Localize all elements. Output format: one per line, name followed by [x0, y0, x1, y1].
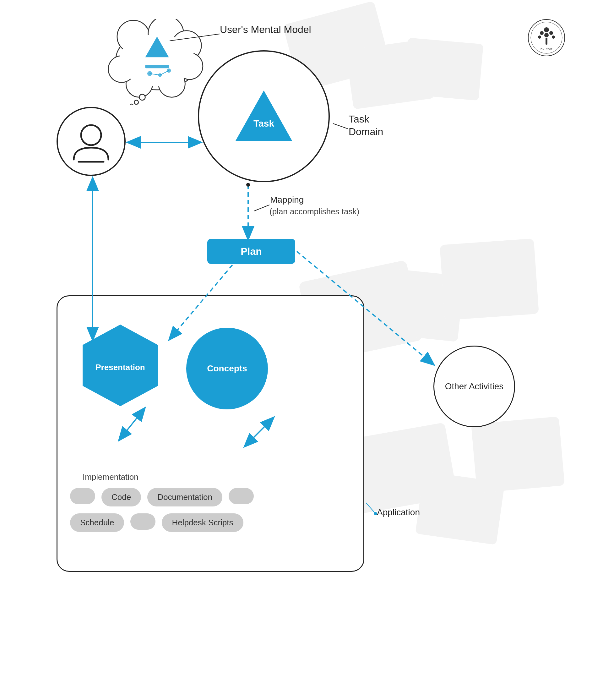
svg-rect-7 — [415, 471, 505, 545]
presentation-hexagon: Presentation — [76, 321, 164, 417]
task-label: Task — [254, 118, 274, 128]
application-box: Presentation Concepts Implementation Cod… — [56, 295, 364, 572]
implementation-label: Implementation — [83, 472, 138, 482]
mapping-label: Mapping — [270, 195, 304, 204]
pill-documentation: Documentation — [147, 488, 222, 506]
pill-empty-1 — [70, 488, 95, 504]
svg-line-47 — [333, 123, 348, 129]
svg-line-59 — [366, 503, 376, 514]
svg-point-16 — [552, 35, 555, 39]
svg-point-51 — [246, 183, 250, 186]
svg-rect-2 — [403, 38, 483, 101]
svg-point-30 — [139, 94, 146, 100]
application-label: Application — [377, 507, 420, 517]
svg-point-13 — [549, 31, 553, 35]
pill-empty-2 — [229, 488, 254, 504]
user-icon-circle — [56, 107, 126, 176]
svg-text:Est. 2002: Est. 2002 — [541, 48, 552, 51]
task-domain-text: Task — [349, 114, 370, 125]
svg-rect-17 — [546, 38, 547, 45]
svg-point-58 — [374, 512, 377, 515]
svg-rect-5 — [440, 239, 539, 320]
svg-point-15 — [544, 33, 549, 38]
logo: Est. 2002 — [528, 19, 565, 56]
users-mental-model-text: User's Mental Model — [220, 24, 311, 35]
svg-rect-1 — [345, 39, 435, 109]
svg-rect-8 — [471, 417, 565, 493]
svg-point-14 — [538, 35, 541, 39]
plan-box: Plan — [207, 239, 295, 264]
thought-bubble — [107, 19, 207, 107]
pill-helpdesk: Helpdesk Scripts — [162, 514, 243, 532]
concepts-label: Concepts — [207, 364, 247, 374]
svg-point-11 — [544, 27, 549, 32]
task-domain-circle: Task — [198, 50, 330, 182]
svg-rect-4 — [370, 267, 464, 342]
pill-schedule: Schedule — [70, 514, 124, 532]
pill-empty-3 — [130, 514, 155, 530]
svg-marker-40 — [236, 91, 292, 141]
svg-line-52 — [254, 205, 269, 211]
other-activities-circle: Other Activities — [434, 346, 515, 427]
svg-point-31 — [134, 100, 138, 104]
pill-code: Code — [101, 488, 141, 506]
concepts-circle-inner: Concepts — [186, 328, 268, 409]
svg-point-19 — [81, 125, 101, 145]
task-domain-text2: Domain — [349, 126, 383, 137]
implementation-pills: Code Documentation Schedule Helpdesk Scr… — [70, 488, 254, 539]
plan-label: Plan — [241, 246, 262, 257]
mapping-sub-label: (plan accomplishes task) — [269, 207, 359, 216]
other-activities-label: Other Activities — [439, 375, 510, 398]
svg-rect-34 — [145, 65, 169, 68]
presentation-label: Presentation — [96, 362, 145, 372]
svg-point-32 — [130, 104, 133, 105]
main-container: Est. 2002 — [0, 0, 603, 700]
svg-point-12 — [540, 31, 544, 35]
